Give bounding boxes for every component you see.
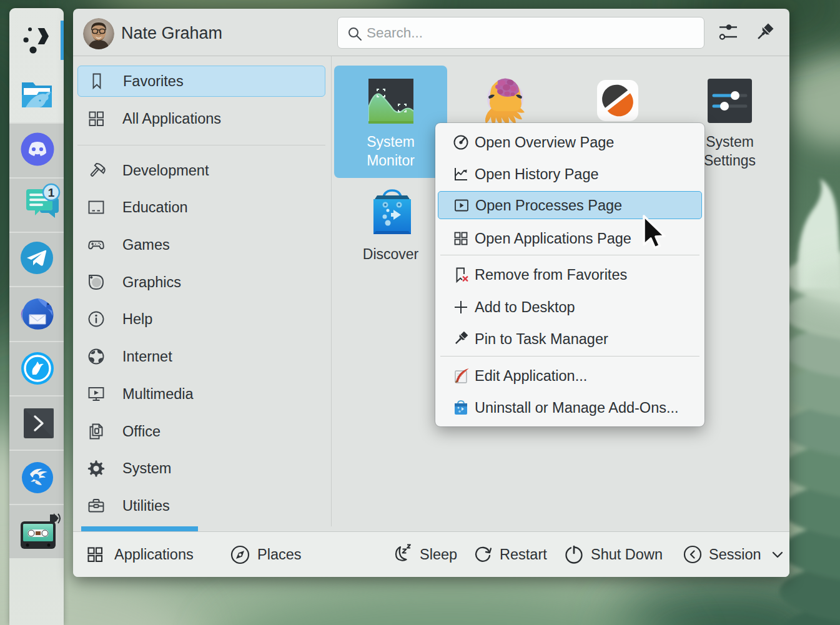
svg-text:1: 1	[48, 186, 55, 199]
